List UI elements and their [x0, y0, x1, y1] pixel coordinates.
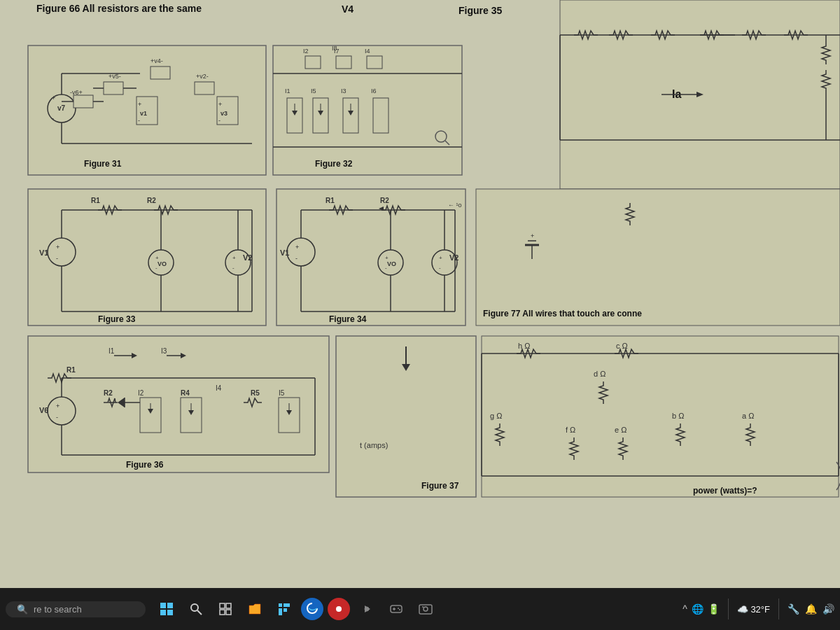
svg-rect-195	[287, 603, 290, 607]
svg-text:d Ω: d Ω	[594, 370, 606, 378]
edge-browser-button[interactable]	[301, 598, 323, 620]
svg-rect-189	[220, 603, 225, 608]
svg-text:+v4-: +v4-	[150, 57, 163, 64]
svg-rect-184	[167, 603, 173, 608]
svg-text:-: -	[439, 265, 441, 271]
search-icon: 🔍	[17, 604, 28, 615]
svg-rect-43	[373, 98, 388, 133]
svg-rect-13	[74, 95, 93, 108]
svg-rect-186	[167, 610, 173, 615]
tray-divider	[728, 598, 729, 620]
svg-text:-: -	[56, 414, 58, 421]
svg-rect-197	[284, 608, 287, 612]
chrome-button[interactable]: P	[328, 598, 350, 620]
svg-rect-147	[140, 398, 161, 433]
taskbar: 🔍 re to search	[0, 588, 840, 630]
svg-rect-19	[150, 66, 170, 79]
svg-rect-47	[305, 56, 321, 69]
svg-text:Figure 35: Figure 35	[458, 5, 502, 16]
svg-text:VO: VO	[387, 260, 396, 267]
svg-text:+: +	[295, 244, 299, 251]
svg-rect-169	[482, 336, 839, 497]
svg-text:+: +	[232, 255, 236, 261]
cloud-icon: ☁️	[737, 604, 748, 615]
svg-text:+: +	[56, 244, 59, 251]
file-explorer-button[interactable]	[242, 596, 267, 622]
weather-temp: ☁️ 32°F	[737, 604, 770, 615]
svg-text:R2: R2	[104, 389, 113, 397]
game-button[interactable]	[384, 596, 409, 622]
svg-rect-193	[279, 603, 282, 607]
settings-icon[interactable]: 🔧	[788, 603, 799, 615]
svg-rect-194	[284, 603, 287, 607]
svg-text:g Ω: g Ω	[490, 412, 502, 420]
svg-text:R5: R5	[251, 389, 260, 397]
svg-text:-: -	[56, 255, 58, 262]
windows-button[interactable]	[154, 596, 179, 622]
svg-text:f Ω: f Ω	[566, 426, 575, 434]
svg-rect-191	[220, 610, 225, 615]
svg-text:P: P	[337, 606, 341, 612]
svg-text:-: -	[218, 117, 220, 124]
svg-text:power (watts)=?: power (watts)=?	[693, 486, 757, 496]
apps-button[interactable]	[272, 596, 297, 622]
svg-text:V6: V6	[39, 406, 48, 414]
svg-text:I8: I8	[332, 45, 337, 52]
photo-button[interactable]	[413, 596, 438, 622]
svg-text:-: -	[295, 255, 298, 262]
svg-text:t (amps): t (amps)	[360, 441, 388, 449]
svg-rect-196	[279, 608, 282, 612]
task-view-button[interactable]	[213, 596, 238, 622]
volume-icon[interactable]: 🔊	[822, 603, 834, 615]
svg-rect-16	[104, 82, 123, 94]
svg-text:v1: v1	[140, 110, 147, 117]
svg-rect-198	[279, 612, 282, 615]
svg-text:← ¹o: ← ¹o	[448, 202, 462, 209]
svg-text:+: +	[439, 255, 442, 261]
svg-text:VO: VO	[158, 260, 167, 267]
svg-text:R1: R1	[66, 366, 76, 374]
svg-text:v7: v7	[57, 104, 66, 112]
svg-text:-: -	[232, 265, 234, 271]
svg-point-207	[399, 609, 400, 610]
svg-line-188	[197, 610, 202, 615]
tray-icons: ^ 🌐 🔋	[682, 603, 720, 615]
svg-text:I3: I3	[341, 88, 346, 94]
svg-text:I3: I3	[161, 347, 167, 355]
tray-battery[interactable]: 🔋	[708, 603, 720, 615]
svg-text:I1: I1	[108, 347, 115, 355]
svg-text:Figure 37: Figure 37	[421, 481, 459, 491]
tray-chevron[interactable]: ^	[682, 603, 687, 615]
circuit-svg: + - v7 -v6+ +v5- +v4- +v2- + - v1	[0, 0, 840, 588]
svg-text:V1: V1	[39, 248, 48, 257]
taskbar-app-icons: P	[154, 596, 438, 622]
taskbar-search[interactable]: 🔍 re to search	[6, 601, 146, 617]
svg-text:-: -	[138, 117, 140, 124]
search-button[interactable]	[183, 596, 209, 622]
svg-text:R2: R2	[147, 197, 156, 204]
tray-network[interactable]: 🌐	[692, 603, 704, 615]
system-tray: ^ 🌐 🔋 ☁️ 32°F 🔧 🔔 🔊	[682, 598, 834, 620]
svg-rect-190	[226, 603, 231, 608]
circuit-canvas: Figure 66 All resistors are the same + -…	[0, 0, 840, 588]
media-button[interactable]	[354, 596, 379, 622]
svg-text:b Ω: b Ω	[672, 412, 684, 420]
svg-text:+: +	[218, 101, 222, 108]
svg-text:+v5-: +v5-	[108, 73, 121, 80]
svg-text:Figure 77  All wires that touc: Figure 77 All wires that touch are conne	[483, 309, 642, 318]
search-text[interactable]: re to search	[34, 604, 82, 615]
svg-rect-208	[419, 605, 432, 614]
notification-icon[interactable]: 🔔	[805, 603, 817, 615]
svg-point-187	[191, 604, 198, 611]
svg-text:+: +	[531, 232, 534, 239]
svg-text:V4: V4	[342, 4, 354, 15]
svg-text:Figure 36: Figure 36	[126, 460, 164, 470]
svg-text:R1: R1	[326, 197, 335, 204]
svg-text:I4: I4	[216, 384, 222, 392]
svg-rect-192	[226, 610, 231, 615]
svg-text:e Ω: e Ω	[615, 426, 626, 434]
svg-text:Figure 33: Figure 33	[98, 314, 136, 324]
svg-text:V1: V1	[280, 248, 289, 257]
svg-text:Figure 31: Figure 31	[84, 159, 122, 169]
svg-text:R1: R1	[91, 197, 100, 204]
